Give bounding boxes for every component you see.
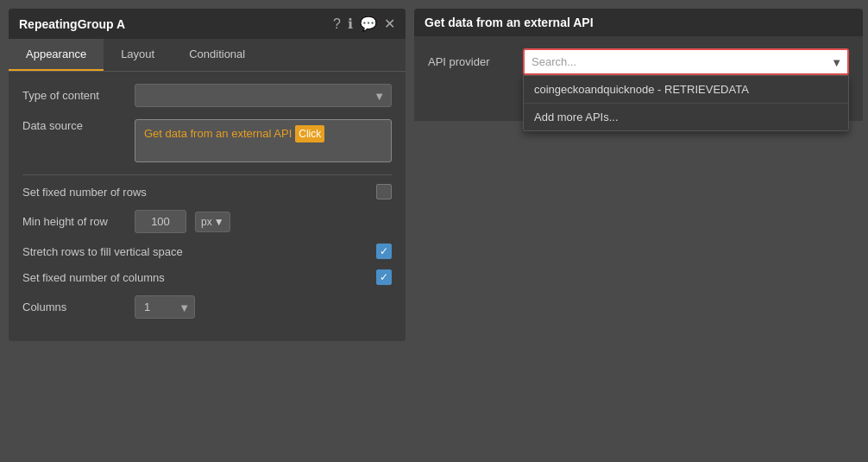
data-source-value: Get data from an external API	[144, 127, 292, 140]
unit-select[interactable]: px ▼	[195, 212, 230, 232]
api-search-input[interactable]	[523, 48, 849, 75]
left-panel-body: Type of content ▼ Data source Get data f…	[9, 72, 406, 341]
divider-1	[22, 174, 392, 175]
right-panel-header: Get data from an external API	[414, 9, 863, 36]
type-of-content-select[interactable]	[135, 84, 392, 107]
columns-select[interactable]: 1 2 3	[135, 295, 195, 319]
data-source-label: Data source	[22, 119, 126, 132]
data-source-click-badge[interactable]: Click	[295, 125, 324, 142]
left-panel-header: RepeatingGroup A ? ℹ 💬 ✕	[9, 9, 406, 39]
api-provider-label: API provider	[428, 55, 514, 68]
fixed-columns-row: Set fixed number of columns	[22, 269, 392, 285]
api-dropdown-menu: coingeckoandquicknode - RETRIEVEDATA Add…	[523, 75, 849, 131]
unit-arrow-icon: ▼	[214, 216, 224, 228]
right-panel-body: API provider ▼ coingeckoandquicknode - R…	[414, 36, 863, 121]
type-of-content-select-wrapper: ▼	[135, 84, 392, 107]
left-panel: RepeatingGroup A ? ℹ 💬 ✕ Appearance Layo…	[9, 9, 406, 341]
api-provider-row: API provider ▼ coingeckoandquicknode - R…	[428, 48, 849, 75]
tab-layout[interactable]: Layout	[104, 39, 172, 71]
tab-appearance[interactable]: Appearance	[9, 39, 104, 71]
min-height-label: Min height of row	[22, 215, 126, 228]
columns-label: Columns	[22, 301, 126, 313]
min-height-input[interactable]	[135, 210, 186, 233]
close-icon[interactable]: ✕	[384, 16, 395, 32]
min-height-row: Min height of row px ▼	[22, 210, 392, 233]
data-source-row: Data source Get data from an external AP…	[22, 119, 392, 162]
data-source-box[interactable]: Get data from an external APIClick	[135, 119, 392, 162]
unit-value: px	[201, 216, 212, 228]
stretch-rows-checkbox[interactable]	[376, 244, 392, 259]
question-icon[interactable]: ?	[333, 16, 341, 32]
tab-bar: Appearance Layout Conditional	[9, 39, 406, 72]
columns-select-wrapper: 1 2 3 ▼	[135, 295, 195, 319]
tab-conditional[interactable]: Conditional	[172, 39, 262, 71]
stretch-rows-row: Stretch rows to fill vertical space	[22, 244, 392, 259]
left-panel-title: RepeatingGroup A	[19, 17, 125, 31]
fixed-rows-checkbox[interactable]	[376, 184, 392, 199]
fixed-rows-label: Set fixed number of rows	[22, 186, 147, 199]
fixed-columns-label: Set fixed number of columns	[22, 271, 165, 284]
api-search-wrapper: ▼ coingeckoandquicknode - RETRIEVEDATA A…	[523, 48, 849, 75]
panel-icon-group: ? ℹ 💬 ✕	[333, 16, 395, 32]
dropdown-item-add-apis[interactable]: Add more APIs...	[524, 104, 848, 130]
right-panel: Get data from an external API API provid…	[414, 9, 863, 121]
chat-icon[interactable]: 💬	[360, 16, 377, 32]
right-panel-title: Get data from an external API	[425, 16, 594, 29]
type-of-content-label: Type of content	[22, 89, 126, 102]
stretch-rows-label: Stretch rows to fill vertical space	[22, 245, 183, 258]
type-of-content-row: Type of content ▼	[22, 84, 392, 107]
fixed-columns-checkbox[interactable]	[376, 269, 392, 285]
columns-row: Columns 1 2 3 ▼	[22, 295, 392, 319]
info-icon[interactable]: ℹ	[348, 16, 353, 32]
fixed-rows-row: Set fixed number of rows	[22, 184, 392, 199]
dropdown-item-coingecko[interactable]: coingeckoandquicknode - RETRIEVEDATA	[524, 76, 848, 104]
